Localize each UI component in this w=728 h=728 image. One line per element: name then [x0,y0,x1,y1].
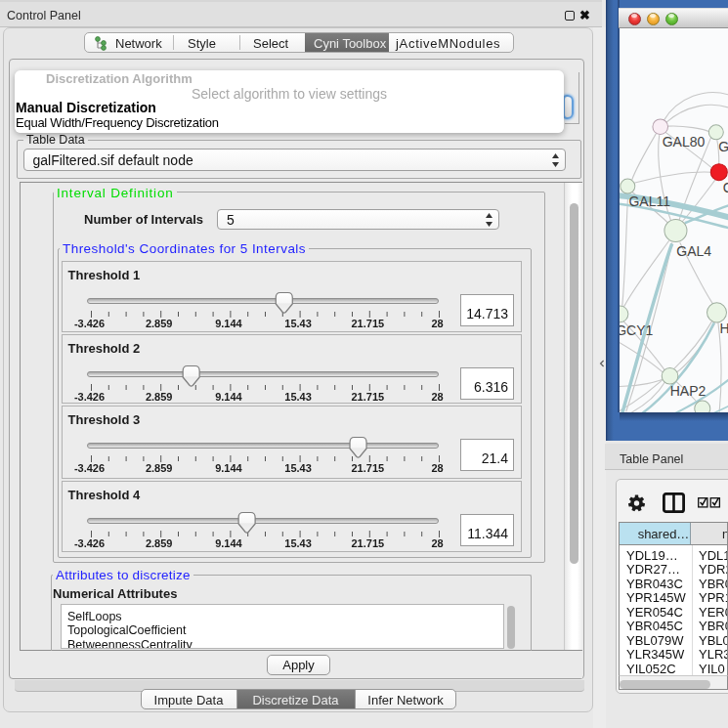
svg-text:-3.426: -3.426 [73,462,104,474]
svg-text:28: 28 [431,391,443,403]
svg-text:9.144: 9.144 [215,318,242,329]
svg-text:15.43: 15.43 [284,318,312,329]
svg-text:28: 28 [431,318,443,329]
svg-text:15.43: 15.43 [284,462,312,474]
svg-text:2.859: 2.859 [145,537,172,549]
svg-text:15.43: 15.43 [284,537,312,549]
svg-text:-3.426: -3.426 [73,391,104,403]
svg-text:GCY1: GCY1 [620,322,654,338]
svg-text:C: C [722,180,728,195]
svg-text:GAL11: GAL11 [628,193,670,209]
svg-text:-3.426: -3.426 [73,318,104,329]
svg-text:HAP2: HAP2 [669,383,706,399]
svg-text:9.144: 9.144 [215,391,242,403]
svg-text:28: 28 [431,537,443,549]
svg-text:GAL4: GAL4 [676,243,711,259]
svg-text:2.859: 2.859 [145,391,172,403]
svg-text:H: H [719,321,728,336]
svg-text:15.43: 15.43 [284,391,312,403]
svg-text:9.144: 9.144 [215,462,242,474]
svg-text:2.859: 2.859 [145,462,172,474]
svg-text:21.715: 21.715 [351,391,384,403]
svg-text:2.859: 2.859 [145,318,172,329]
svg-text:GAL80: GAL80 [662,134,705,150]
svg-text:21.715: 21.715 [351,462,384,474]
svg-text:28: 28 [431,462,443,474]
svg-text:GA: GA [718,139,728,154]
svg-text:-3.426: -3.426 [73,537,104,549]
svg-text:21.715: 21.715 [351,318,384,329]
svg-text:9.144: 9.144 [215,537,242,549]
svg-text:21.715: 21.715 [351,537,384,549]
